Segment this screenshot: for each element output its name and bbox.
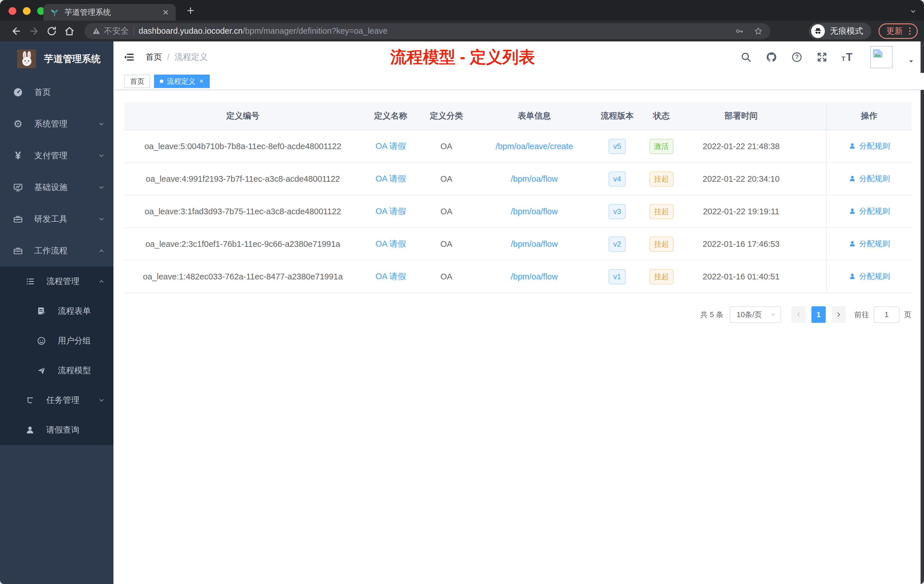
address-bar[interactable]: 不安全 dashboard.yudao.iocoder.cn/bpm/manag… <box>84 23 770 39</box>
close-tab-icon[interactable] <box>162 8 170 16</box>
toolbox-icon <box>12 214 24 224</box>
not-secure-indicator[interactable]: 不安全 <box>92 25 129 37</box>
page-number-1[interactable]: 1 <box>812 306 826 323</box>
definition-table: 定义编号 定义名称 定义分类 表单信息 流程版本 状态 部署时间 操作 <box>124 102 911 293</box>
form-link[interactable]: /bpm/oa/leave/create <box>496 142 573 151</box>
assign-rule-button[interactable]: 分配规则 <box>848 239 890 249</box>
avatar[interactable] <box>870 46 893 68</box>
sidebar-item-home[interactable]: 首页 <box>0 76 114 108</box>
tag-home[interactable]: 首页 <box>124 74 150 88</box>
fullscreen-icon[interactable] <box>816 51 828 63</box>
briefcase-icon <box>12 246 24 256</box>
paper-plane-icon <box>35 366 48 375</box>
close-window-button[interactable] <box>8 7 16 15</box>
window-right-edge <box>921 41 924 584</box>
definition-name-link[interactable]: OA 请假 <box>375 239 406 248</box>
search-icon[interactable] <box>740 51 752 63</box>
user-icon <box>848 207 856 215</box>
sidebar-toggle-icon[interactable] <box>123 51 135 63</box>
workflow-submenu: 流程管理 流程表单 用户分组 <box>0 267 114 445</box>
browser-update-button[interactable]: 更新 <box>879 23 918 39</box>
chevron-down-icon <box>770 312 776 317</box>
user-group-icon <box>35 336 48 346</box>
table-row: oa_leave:1:482ec033-762a-11ec-8477-a2380… <box>124 260 911 293</box>
assign-rule-button[interactable]: 分配规则 <box>848 141 890 151</box>
prev-page-button[interactable] <box>792 306 806 323</box>
sidebar-item-process-model[interactable]: 流程模型 <box>0 356 114 385</box>
omnibox-divider <box>134 26 134 36</box>
help-icon[interactable]: ? <box>791 51 803 63</box>
not-secure-label: 不安全 <box>104 25 129 37</box>
column-header-filler <box>798 102 827 130</box>
avatar-caret-icon[interactable] <box>908 58 914 66</box>
user-icon <box>848 272 856 280</box>
sidebar-item-system[interactable]: ⚙ 系统管理 <box>0 108 114 140</box>
minimize-window-button[interactable] <box>23 7 31 15</box>
browser-tab[interactable]: 芋道管理系统 <box>43 4 176 21</box>
definition-category: OA <box>420 163 473 195</box>
status-badge: 激活 <box>649 139 673 154</box>
app-title: 芋道管理系统 <box>44 53 101 66</box>
traffic-lights <box>8 7 45 15</box>
status-badge: 挂起 <box>649 172 673 186</box>
breadcrumb-home[interactable]: 首页 <box>145 51 162 63</box>
close-tag-icon[interactable] <box>199 79 204 84</box>
table-header-row: 定义编号 定义名称 定义分类 表单信息 流程版本 状态 部署时间 操作 <box>124 102 911 130</box>
form-link[interactable]: /bpm/oa/flow <box>511 272 558 281</box>
definition-name-link[interactable]: OA 请假 <box>375 206 406 216</box>
page-size-value: 10条/页 <box>737 310 762 320</box>
reload-icon[interactable] <box>43 26 61 36</box>
definition-name-link[interactable]: OA 请假 <box>375 142 406 150</box>
tab-search-chevron-icon[interactable] <box>910 8 917 16</box>
sidebar-item-process-form[interactable]: 流程表单 <box>0 296 114 326</box>
status-badge: 挂起 <box>649 204 673 219</box>
sidebar-item-label: 系统管理 <box>34 118 88 130</box>
sidebar-item-task-mgmt[interactable]: 任务管理 <box>0 385 114 415</box>
sidebar-item-payment[interactable]: ¥ 支付管理 <box>0 140 114 172</box>
new-tab-button[interactable] <box>186 6 195 16</box>
sidebar-item-process-mgmt[interactable]: 流程管理 <box>0 267 114 296</box>
sidebar-item-infra[interactable]: 基础设施 <box>0 172 114 203</box>
form-link[interactable]: /bpm/oa/flow <box>511 207 558 216</box>
font-size-icon[interactable]: TT <box>842 51 853 63</box>
tag-process-definition[interactable]: 流程定义 <box>154 74 210 88</box>
definition-id: oa_leave:1:482ec033-762a-11ec-8477-a2380… <box>124 260 361 293</box>
sidebar-item-label: 请假查询 <box>46 424 105 436</box>
assign-rule-button[interactable]: 分配规则 <box>848 173 890 184</box>
github-icon[interactable] <box>766 51 777 63</box>
main-area: 首页 / 流程定义 流程模型 - 定义列表 ? <box>114 41 924 584</box>
browser-menu-icon[interactable] <box>908 27 912 35</box>
sidebar-item-leave-query[interactable]: 请假查询 <box>0 415 114 445</box>
forward-icon[interactable] <box>25 26 43 36</box>
page-size-select[interactable]: 10条/页 <box>730 306 781 323</box>
column-header-category: 定义分类 <box>420 102 473 130</box>
sidebar-item-user-group[interactable]: 用户分组 <box>0 326 114 356</box>
definition-category: OA <box>420 260 473 293</box>
home-icon[interactable] <box>61 26 78 36</box>
active-tag-dot <box>160 79 163 83</box>
assign-rule-button[interactable]: 分配规则 <box>848 206 890 216</box>
definition-id: oa_leave:4:991f2193-7b7f-11ec-a3c8-acde4… <box>124 163 361 195</box>
column-header-id: 定义编号 <box>124 102 361 130</box>
sidebar-item-workflow[interactable]: 工作流程 <box>0 235 114 267</box>
status-badge: 挂起 <box>649 269 673 284</box>
sidebar-item-label: 流程模型 <box>58 365 105 376</box>
sidebar-item-devtools[interactable]: 研发工具 <box>0 203 114 235</box>
sidebar-logo[interactable]: 芋道管理系统 <box>0 41 114 76</box>
form-link[interactable]: /bpm/oa/flow <box>511 239 558 249</box>
column-header-name: 定义名称 <box>361 102 420 130</box>
goto-page-input[interactable]: 1 <box>874 306 899 323</box>
next-page-button[interactable] <box>832 306 846 323</box>
back-icon[interactable] <box>7 26 25 36</box>
assign-rule-button[interactable]: 分配规则 <box>848 271 890 281</box>
definition-name-link[interactable]: OA 请假 <box>375 272 406 281</box>
bookmark-star-icon[interactable] <box>754 26 763 36</box>
form-link[interactable]: /bpm/oa/flow <box>511 174 558 183</box>
key-icon[interactable] <box>735 26 744 36</box>
app-navbar: 首页 / 流程定义 流程模型 - 定义列表 ? <box>114 41 924 73</box>
chevron-down-icon <box>98 184 105 191</box>
breadcrumb-separator: / <box>167 53 170 62</box>
table-row: oa_leave:4:991f2193-7b7f-11ec-a3c8-acde4… <box>124 163 911 195</box>
definition-name-link[interactable]: OA 请假 <box>375 174 406 183</box>
browser-window: 芋道管理系统 不安全 <box>0 0 924 584</box>
